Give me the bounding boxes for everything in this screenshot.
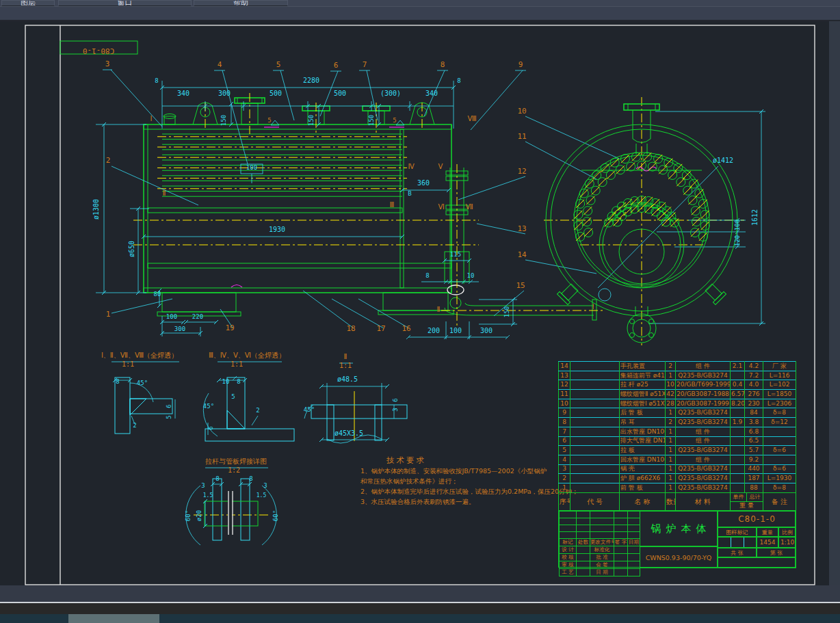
dimension-label: 10 bbox=[222, 378, 230, 385]
dimension-label: 100 bbox=[246, 164, 257, 171]
mark-header: 图样标记 bbox=[718, 527, 757, 537]
bom-cell: 6 bbox=[559, 436, 570, 446]
mark-cells bbox=[718, 537, 757, 548]
bom-header-no: 序号 bbox=[559, 492, 570, 510]
bom-row: 10螺纹烟管Ⅰ ø51X32820/GB3087-19998.20230L=23… bbox=[559, 399, 796, 408]
callout-label: Ⅰ bbox=[150, 115, 153, 122]
dimension-label: 3 bbox=[201, 482, 205, 489]
tech-requirements-title: 技术要求 bbox=[386, 455, 557, 466]
dimension-label: 340 bbox=[425, 90, 438, 97]
bom-cell: 20/GB3087-1999 bbox=[676, 399, 731, 408]
support-legs bbox=[157, 293, 454, 316]
bom-cell: 42 bbox=[666, 390, 676, 399]
dimension-label: ø20 bbox=[196, 510, 202, 521]
title-block-cell: 工 艺 bbox=[560, 569, 577, 576]
stay-rod-detail bbox=[186, 468, 277, 545]
dimension-label: 1930 bbox=[269, 226, 285, 233]
dimension-label: 80 bbox=[154, 291, 161, 297]
bill-of-materials: 14手孔装置2组 件2.14.2厂 家13集箱连前节 ø412X81Q235-B… bbox=[558, 361, 796, 511]
dimension-label: 8 bbox=[116, 378, 119, 385]
callout-label: 4 bbox=[218, 60, 222, 69]
bom-header-name: 名 称 bbox=[620, 492, 666, 510]
dimension-label: 1.5 bbox=[203, 492, 213, 499]
title-block-cell bbox=[614, 532, 628, 539]
bom-cell: 2.1 bbox=[731, 362, 745, 371]
dimension-label: 8 bbox=[237, 378, 240, 385]
callout-label: 14 bbox=[517, 250, 527, 259]
bom-row: 11螺纹烟管Ⅱ ø51X34220/GB3087-19886.57276L=18… bbox=[559, 390, 796, 399]
bom-cell: 1 bbox=[666, 464, 676, 474]
callout-label: 1 bbox=[106, 310, 111, 319]
dimension-label: 6 bbox=[207, 426, 214, 429]
bom-cell: 230 bbox=[745, 399, 763, 408]
title-block-cell: 标准化 bbox=[590, 546, 614, 554]
title-block-cell: 日 期 bbox=[590, 569, 614, 576]
bom-header-weight: 重 量 bbox=[731, 502, 763, 510]
bom-cell: L=2306 bbox=[763, 399, 796, 408]
title-block-cell bbox=[590, 512, 614, 518]
dimension-label: 100 bbox=[166, 313, 177, 320]
dimension-label: B bbox=[408, 190, 411, 197]
dimension-label: ø1300 bbox=[92, 199, 100, 220]
bom-cell bbox=[570, 399, 620, 408]
bom-cell bbox=[731, 474, 745, 483]
dimension-label: 300 bbox=[218, 90, 231, 97]
bom-row: 6排大气管座 DN1001组 件6.5 bbox=[559, 436, 796, 446]
bom-cell: 吊 耳 bbox=[620, 418, 666, 427]
bom-cell: 拉 板 bbox=[620, 446, 666, 455]
title-block-cell bbox=[577, 518, 590, 525]
dimension-label: ø1412 bbox=[713, 157, 733, 164]
title-block-signature-grid: 标记处数更改文件号签 字日期设 计标准化校 核批 准审 核会 签工 艺日 期 bbox=[559, 511, 640, 576]
bom-cell bbox=[570, 474, 620, 483]
callout-label: 5 bbox=[267, 117, 271, 124]
callout-label: Ⅵ bbox=[438, 203, 444, 211]
dimension-lines bbox=[96, 81, 765, 339]
bom-cell: 组 件 bbox=[676, 436, 731, 446]
bom-header-weight-group: 单件 总计 重 量 bbox=[731, 492, 763, 510]
bom-cell: 1 bbox=[666, 371, 676, 380]
bom-header-note: 备 注 bbox=[763, 492, 796, 510]
dimension-label: 60° bbox=[272, 510, 279, 521]
bom-cell: 12 bbox=[559, 380, 570, 390]
boiler-side-view bbox=[144, 98, 596, 320]
callout-label: Ⅲ bbox=[390, 201, 395, 209]
bom-cell: Q235-B/GB3274 bbox=[676, 464, 731, 474]
bom-row: 13集箱连前节 ø412X81Q235-B/GB32747.2L=116 bbox=[559, 371, 796, 380]
bom-cell: 11 bbox=[559, 390, 570, 399]
title-block-cell bbox=[590, 518, 614, 525]
title-block-cell bbox=[614, 554, 628, 561]
callout-label: Ⅲ、Ⅳ、Ⅴ、Ⅵ（全焊透） bbox=[209, 352, 285, 359]
dimension-label: 3 bbox=[263, 482, 267, 489]
callout-label: Ⅰ bbox=[592, 303, 594, 310]
title-block-cell bbox=[628, 554, 640, 561]
title-block-cell bbox=[614, 518, 628, 525]
dimension-label: 2280 bbox=[303, 77, 319, 84]
bom-cell: δ=12 bbox=[763, 418, 796, 427]
weld-detail-1 bbox=[111, 362, 179, 434]
bom-cell bbox=[763, 427, 796, 436]
bom-cell: 5.7 bbox=[745, 446, 763, 455]
bom-cell: 4 bbox=[559, 455, 570, 464]
title-block-cell bbox=[628, 518, 640, 525]
dimension-label: 300 bbox=[174, 326, 185, 332]
callout-label: 5 bbox=[276, 60, 281, 69]
bom-cell: 9.2 bbox=[745, 455, 763, 464]
scale-header: 比例 bbox=[778, 527, 796, 537]
dimension-label: ø48.5 bbox=[337, 375, 358, 383]
title-block: 标记处数更改文件号签 字日期设 计标准化校 核批 准审 核会 签工 艺日 期 锅… bbox=[558, 510, 796, 568]
title-block-cell bbox=[628, 525, 640, 532]
dimension-label: 3 bbox=[392, 408, 399, 411]
title-block-cell bbox=[577, 512, 590, 518]
bom-cell bbox=[763, 436, 796, 446]
bom-cell: 排大气管座 DN100 bbox=[620, 436, 666, 446]
callout-leaders bbox=[103, 70, 619, 328]
bom-cell: 厂 家 bbox=[763, 362, 796, 371]
bom-cell: Q235-B/GB3274 bbox=[676, 371, 731, 380]
bom-cell: 6.57 bbox=[731, 390, 745, 399]
bom-header-row: 序号 代 号 名 称 数量 材 料 单件 总计 重 量 备 注 bbox=[559, 492, 796, 510]
callout-label: Ⅳ bbox=[408, 163, 415, 170]
bom-cell: 8 bbox=[559, 418, 570, 427]
title-block-cell: 批 准 bbox=[590, 554, 614, 561]
bom-row: 5拉 板1Q235-B/GB32745.7δ=6 bbox=[559, 446, 796, 455]
bom-cell: 3.8 bbox=[745, 418, 763, 427]
